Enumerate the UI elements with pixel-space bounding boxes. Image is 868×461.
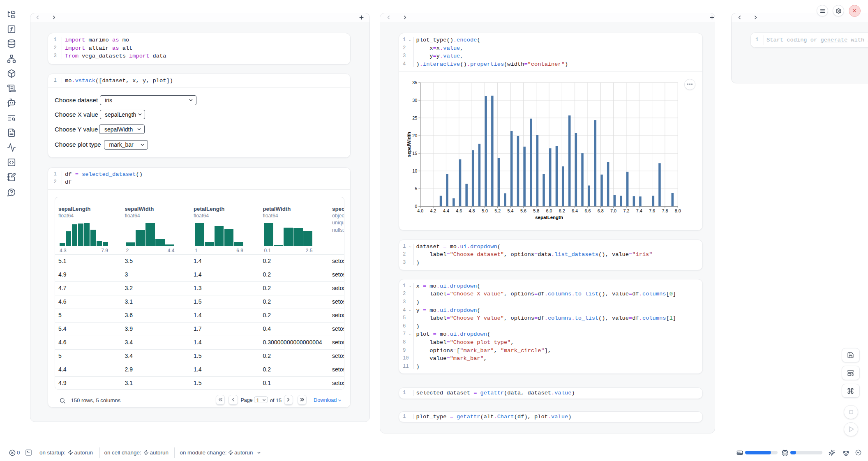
svg-text:5: 5 xyxy=(415,186,417,191)
svg-text:6.6: 6.6 xyxy=(584,208,591,213)
svg-text:8.0: 8.0 xyxy=(675,208,681,213)
svg-text:20: 20 xyxy=(412,133,417,138)
svg-text:7.6: 7.6 xyxy=(649,208,655,213)
svg-text:0: 0 xyxy=(415,204,417,209)
svg-text:5.0: 5.0 xyxy=(482,208,488,213)
svg-text:5.4: 5.4 xyxy=(507,208,513,213)
svg-text:4.6: 4.6 xyxy=(456,208,462,213)
svg-text:7.2: 7.2 xyxy=(623,208,629,213)
svg-text:5.2: 5.2 xyxy=(494,208,501,213)
svg-text:sepalLength: sepalLength xyxy=(535,215,563,220)
svg-text:30: 30 xyxy=(412,98,417,103)
svg-text:6.8: 6.8 xyxy=(598,208,604,213)
svg-text:4.8: 4.8 xyxy=(469,208,475,213)
svg-text:6.2: 6.2 xyxy=(559,208,565,213)
svg-text:5.6: 5.6 xyxy=(520,208,526,213)
svg-text:7.8: 7.8 xyxy=(662,208,668,213)
svg-text:35: 35 xyxy=(412,80,417,85)
svg-text:sepalWidth: sepalWidth xyxy=(406,132,411,157)
svg-text:25: 25 xyxy=(412,115,417,120)
svg-text:7.4: 7.4 xyxy=(636,208,642,213)
svg-text:4.2: 4.2 xyxy=(430,208,436,213)
svg-text:5.8: 5.8 xyxy=(533,208,539,213)
svg-text:7.0: 7.0 xyxy=(610,208,616,213)
svg-text:4.0: 4.0 xyxy=(417,208,423,213)
svg-text:6.4: 6.4 xyxy=(572,208,578,213)
svg-text:6.0: 6.0 xyxy=(546,208,552,213)
svg-text:10: 10 xyxy=(412,168,417,173)
svg-text:4.4: 4.4 xyxy=(443,208,449,213)
svg-text:15: 15 xyxy=(412,151,417,156)
